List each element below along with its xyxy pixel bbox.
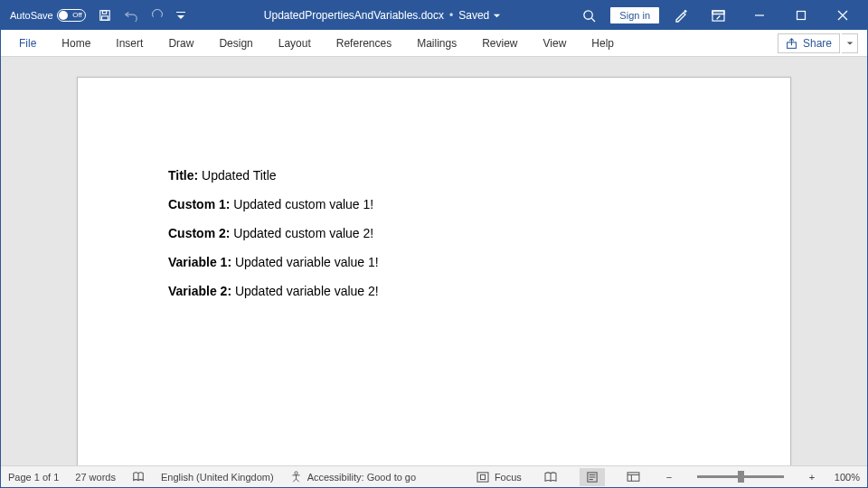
close-button[interactable] [822,1,863,30]
quick-access-toolbar [91,9,193,22]
doc-line[interactable]: Custom 1: Updated custom value 1! [168,197,700,211]
focus-icon [476,472,489,483]
tab-mailings[interactable]: Mailings [404,30,469,56]
print-layout-view[interactable] [580,468,605,486]
svg-rect-15 [477,472,488,481]
sign-in-button[interactable]: Sign in [610,7,659,23]
book-icon [132,471,145,483]
ribbon-display-button[interactable] [697,1,739,30]
document-filename: UpdatedPropertiesAndVariables.docx [264,9,444,22]
tab-draw[interactable]: Draw [156,30,206,56]
svg-point-4 [584,10,592,18]
search-button[interactable] [572,1,605,30]
accessibility-label: Accessibility: Good to go [307,472,416,483]
doc-line-value: Updated custom value 2! [233,226,373,240]
pen-sparkle-icon [674,8,688,23]
svg-point-14 [295,472,297,474]
doc-line[interactable]: Title: Updated Title [168,168,700,183]
chevron-down-icon [846,40,854,47]
redo-icon[interactable] [151,9,164,22]
qat-customize-icon[interactable] [176,9,185,22]
zoom-slider-thumb[interactable] [738,471,744,483]
doc-line[interactable]: Variable 2: Updated variable value 2! [168,284,700,298]
share-icon [786,38,797,50]
language-button[interactable]: English (United Kingdom) [161,472,274,483]
doc-line-value: Updated variable value 2! [235,284,379,298]
sign-in-label: Sign in [619,10,650,21]
svg-rect-22 [627,472,639,480]
focus-label: Focus [495,472,522,483]
undo-icon[interactable] [124,9,138,22]
draw-mode-button[interactable] [665,1,697,30]
doc-line-value: Updated custom value 1! [233,197,373,211]
minimize-icon [754,10,765,21]
maximize-button[interactable] [780,1,822,30]
tab-insert[interactable]: Insert [103,30,156,56]
close-icon [837,10,848,21]
maximize-icon [796,10,807,21]
doc-line-label: Custom 1: [168,197,230,211]
web-layout-view[interactable] [621,468,646,486]
doc-line[interactable]: Custom 2: Updated custom value 2! [168,226,700,240]
share-dropdown[interactable] [842,33,858,53]
status-bar: Page 1 of 1 27 words English (United Kin… [1,465,867,487]
zoom-out-button[interactable]: − [663,472,675,483]
doc-line-label: Variable 1: [168,255,231,269]
minimize-button[interactable] [739,1,780,30]
read-mode-icon [543,472,558,483]
document-page[interactable]: Title: Updated Title Custom 1: Updated c… [77,77,791,465]
read-mode-view[interactable] [538,468,563,486]
zoom-in-button[interactable]: + [806,472,818,483]
share-button[interactable]: Share [778,33,840,53]
title-separator: • [449,9,453,22]
doc-line-value: Updated variable value 1! [235,255,379,269]
tab-design[interactable]: Design [206,30,265,56]
ribbon-tabs: File Home Insert Draw Design Layout Refe… [1,30,867,57]
svg-rect-2 [101,16,108,20]
word-count[interactable]: 27 words [75,472,116,483]
svg-rect-9 [797,12,806,20]
spell-check-button[interactable] [132,471,145,483]
autosave-control[interactable]: AutoSave Off [5,9,91,22]
doc-line-label: Custom 2: [168,226,230,240]
zoom-level[interactable]: 100% [835,472,860,483]
tab-file[interactable]: File [6,30,49,56]
print-layout-icon [586,472,599,483]
accessibility-button[interactable]: Accessibility: Good to go [290,471,416,483]
titlebar-right: Sign in [572,1,863,30]
tab-references[interactable]: References [324,30,404,56]
title-bar: AutoSave Off UpdatedPropertiesAndVariabl… [1,1,867,30]
document-workspace[interactable]: Title: Updated Title Custom 1: Updated c… [1,57,867,465]
svg-rect-1 [102,11,106,14]
doc-line[interactable]: Variable 1: Updated variable value 1! [168,255,700,269]
doc-line-value: Updated Title [202,168,277,183]
tab-view[interactable]: View [531,30,580,56]
doc-line-label: Variable 2: [168,284,231,298]
svg-rect-3 [176,12,185,13]
doc-line-label: Title: [168,168,198,183]
page-number[interactable]: Page 1 of 1 [8,472,59,483]
tab-layout[interactable]: Layout [266,30,324,56]
save-status-label: Saved [458,9,489,22]
tab-help[interactable]: Help [579,30,627,56]
web-layout-icon [627,472,640,483]
autosave-toggle[interactable]: Off [57,9,86,22]
tab-home[interactable]: Home [49,30,103,56]
tab-review[interactable]: Review [469,30,530,56]
chevron-down-icon [493,12,501,20]
toggle-knob [59,11,68,20]
zoom-slider[interactable] [697,475,784,478]
svg-line-5 [591,18,595,22]
svg-rect-7 [712,10,724,14]
autosave-state: Off [72,11,82,19]
ribbon-display-icon [712,10,725,22]
search-icon [582,9,596,23]
autosave-label: AutoSave [10,10,53,21]
share-label: Share [803,37,832,50]
svg-rect-16 [480,474,485,479]
focus-mode-button[interactable]: Focus [476,472,522,483]
save-status[interactable]: Saved [458,9,501,22]
window-title: UpdatedPropertiesAndVariables.docx • Sav… [193,9,573,22]
accessibility-icon [290,471,302,483]
save-icon[interactable] [99,9,111,22]
